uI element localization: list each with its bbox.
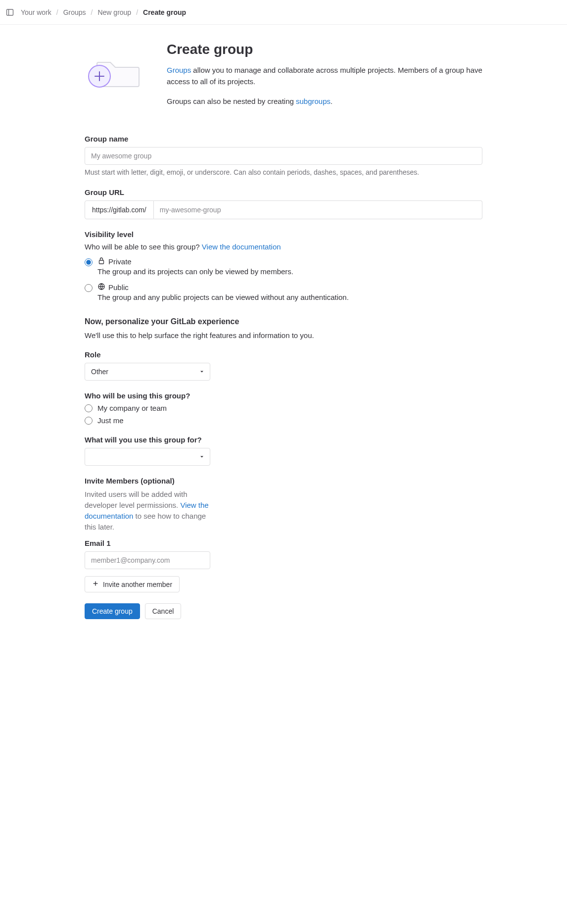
- visibility-private-desc: The group and its projects can only be v…: [97, 267, 482, 276]
- who-option-company[interactable]: My company or team: [85, 404, 482, 412]
- personalize-heading: Now, personalize your GitLab experience: [85, 317, 482, 326]
- footer-actions: Create group Cancel: [85, 603, 482, 619]
- svg-rect-0: [7, 9, 13, 15]
- personalize-section: Now, personalize your GitLab experience …: [85, 317, 482, 340]
- group-name-helper: Must start with letter, digit, emoji, or…: [85, 168, 482, 178]
- usage-label: What will you use this group for?: [85, 436, 210, 444]
- group-url-section: Group URL https://gitlab.com/: [85, 188, 482, 219]
- email1-input[interactable]: [85, 551, 210, 569]
- visibility-public-desc: The group and any public projects can be…: [97, 293, 482, 301]
- usage-section: What will you use this group for?: [85, 436, 210, 466]
- breadcrumbs: Your work / Groups / New group / Create …: [21, 8, 186, 16]
- intro2-prefix: Groups can also be nested by creating: [167, 97, 296, 105]
- invite-heading: Invite Members (optional): [85, 477, 210, 485]
- sidebar-toggle-icon[interactable]: [6, 8, 14, 16]
- visibility-label: Visibility level: [85, 230, 482, 239]
- visibility-radio-private[interactable]: [85, 258, 93, 266]
- group-name-label: Group name: [85, 135, 482, 143]
- group-url-input[interactable]: [154, 200, 482, 219]
- role-section: Role Other: [85, 350, 210, 381]
- top-bar: Your work / Groups / New group / Create …: [0, 0, 567, 25]
- visibility-section: Visibility level Who will be able to see…: [85, 230, 482, 306]
- subgroups-link[interactable]: subgroups: [296, 97, 331, 105]
- groups-link[interactable]: Groups: [167, 66, 191, 74]
- personalize-sub: We'll use this to help surface the right…: [85, 331, 482, 340]
- who-radio-company[interactable]: [85, 404, 93, 412]
- breadcrumb-separator: /: [91, 8, 93, 16]
- intro-text-body: allow you to manage and collaborate acro…: [167, 66, 482, 86]
- group-name-section: Group name Must start with letter, digit…: [85, 135, 482, 178]
- visibility-option-private: Private The group and its projects can o…: [85, 257, 482, 281]
- visibility-public-title: Public: [108, 283, 129, 292]
- earth-icon: [97, 283, 105, 292]
- breadcrumb-new-group[interactable]: New group: [97, 8, 131, 16]
- intro2-suffix: .: [331, 97, 332, 105]
- page-title: Create group: [167, 42, 482, 57]
- svg-rect-5: [99, 260, 104, 264]
- intro-text: Create group Groups allow you to manage …: [167, 40, 482, 115]
- visibility-question: Who will be able to see this group? View…: [85, 243, 482, 251]
- invite-another-button[interactable]: Invite another member: [85, 576, 180, 592]
- visibility-radio-public[interactable]: [85, 284, 93, 292]
- header-row: Create group Groups allow you to manage …: [85, 40, 482, 115]
- visibility-private-title: Private: [108, 257, 132, 266]
- invite-section: Invite Members (optional) Invited users …: [85, 477, 210, 592]
- email1-label: Email 1: [85, 539, 210, 547]
- who-label: Who will be using this group?: [85, 391, 482, 400]
- usage-select[interactable]: [85, 448, 210, 466]
- breadcrumb-your-work[interactable]: Your work: [21, 8, 51, 16]
- role-label: Role: [85, 350, 210, 359]
- create-group-button[interactable]: Create group: [85, 603, 140, 619]
- visibility-option-public: Public The group and any public projects…: [85, 283, 482, 306]
- lock-icon: [97, 257, 105, 266]
- breadcrumb-groups[interactable]: Groups: [63, 8, 86, 16]
- page-content: Create group Groups allow you to manage …: [76, 25, 491, 639]
- breadcrumb-separator: /: [56, 8, 58, 16]
- visibility-doc-link[interactable]: View the documentation: [202, 243, 281, 251]
- role-select[interactable]: Other: [85, 363, 210, 381]
- group-name-input[interactable]: [85, 147, 482, 165]
- new-group-illustration: [85, 40, 154, 115]
- who-radio-me[interactable]: [85, 417, 93, 425]
- invite-helper: Invited users will be added with develop…: [85, 489, 210, 532]
- group-url-label: Group URL: [85, 188, 482, 196]
- who-section: Who will be using this group? My company…: [85, 391, 482, 425]
- breadcrumb-current: Create group: [143, 8, 186, 16]
- cancel-button[interactable]: Cancel: [145, 603, 182, 619]
- group-url-prefix: https://gitlab.com/: [85, 200, 154, 219]
- breadcrumb-separator: /: [136, 8, 138, 16]
- plus-icon: [92, 580, 99, 588]
- who-option-me[interactable]: Just me: [85, 416, 482, 425]
